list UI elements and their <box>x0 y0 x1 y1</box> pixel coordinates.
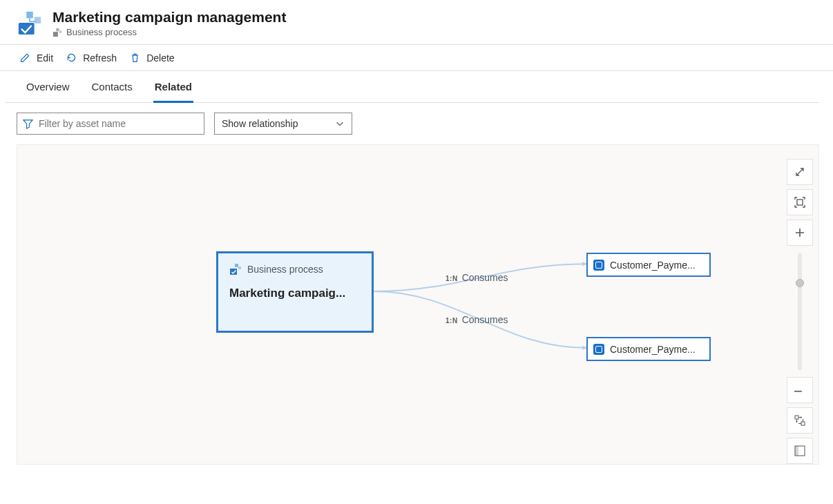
node-leaf-2[interactable]: Customer_Payme... <box>586 337 711 361</box>
svg-rect-7 <box>235 264 238 267</box>
page-subtype-label: Business process <box>66 27 137 37</box>
edge-1-cardinality: 1:N <box>446 275 458 282</box>
tabs: Overview Contacts Related <box>6 71 819 103</box>
edge-label-2: 1:N Consumes <box>446 314 508 325</box>
node-leaf-1-label: Customer_Payme... <box>610 260 696 271</box>
sql-table-icon <box>593 344 604 355</box>
business-process-icon <box>17 10 43 36</box>
page-title: Marketing campaign management <box>52 8 286 26</box>
plus-icon <box>794 226 806 239</box>
page-subtype: Business process <box>52 27 286 37</box>
zoom-out-button[interactable]: − <box>787 377 813 403</box>
svg-rect-2 <box>35 17 41 24</box>
svg-rect-13 <box>795 446 798 456</box>
edge-2-label: Consumes <box>462 314 508 325</box>
edge-1-label: Consumes <box>462 272 508 283</box>
minimap-icon <box>794 445 806 457</box>
filter-icon <box>23 119 33 129</box>
minus-icon: − <box>794 384 806 396</box>
minimap-button[interactable] <box>787 438 813 464</box>
refresh-label: Refresh <box>83 52 117 64</box>
edge-label-1: 1:N Consumes <box>446 272 508 283</box>
refresh-icon <box>66 52 77 64</box>
fit-icon <box>794 196 806 209</box>
svg-rect-4 <box>56 28 59 31</box>
svg-rect-8 <box>238 266 241 269</box>
svg-rect-0 <box>19 23 35 35</box>
node-leaf-1[interactable]: Customer_Payme... <box>586 253 711 277</box>
page-header: Marketing campaign management Business p… <box>0 0 833 45</box>
relationship-dropdown-label: Show relationship <box>222 118 298 129</box>
zoom-slider[interactable] <box>798 253 802 370</box>
layout-button[interactable] <box>787 407 813 434</box>
svg-rect-6 <box>230 269 237 275</box>
zoom-in-button[interactable] <box>787 220 813 246</box>
business-process-icon <box>229 263 242 275</box>
node-leaf-2-label: Customer_Payme... <box>610 344 696 355</box>
canvas-tools: − <box>787 159 813 464</box>
fit-button[interactable] <box>787 189 813 215</box>
edge-2-cardinality: 1:N <box>446 317 458 324</box>
sql-table-icon <box>593 260 604 271</box>
svg-rect-5 <box>59 30 62 33</box>
tab-overview[interactable]: Overview <box>25 71 71 103</box>
edit-label: Edit <box>37 52 53 64</box>
svg-rect-9 <box>797 200 803 205</box>
refresh-button[interactable]: Refresh <box>66 52 117 64</box>
node-main-type: Business process <box>247 264 323 275</box>
fullscreen-button[interactable] <box>787 159 813 185</box>
pencil-icon <box>19 52 31 64</box>
delete-label: Delete <box>146 52 174 64</box>
process-small-icon <box>52 28 62 37</box>
relationship-canvas[interactable]: Business process Marketing campaig... 1:… <box>17 144 819 465</box>
edit-button[interactable]: Edit <box>19 52 53 64</box>
filter-input[interactable] <box>39 118 198 129</box>
relationship-dropdown[interactable]: Show relationship <box>214 113 352 135</box>
tab-contacts[interactable]: Contacts <box>90 71 134 103</box>
svg-rect-1 <box>26 12 33 19</box>
svg-rect-11 <box>801 422 805 425</box>
svg-rect-3 <box>53 32 58 37</box>
edges <box>17 145 818 464</box>
chevron-down-icon <box>335 119 345 128</box>
zoom-thumb[interactable] <box>796 279 804 287</box>
filter-row: Show relationship <box>0 103 833 144</box>
expand-icon <box>794 166 806 178</box>
svg-rect-10 <box>795 416 798 419</box>
tab-related[interactable]: Related <box>153 71 193 103</box>
node-main-title: Marketing campaig... <box>229 287 361 300</box>
trash-icon <box>129 52 141 64</box>
node-main[interactable]: Business process Marketing campaig... <box>216 251 374 333</box>
filter-input-wrap[interactable] <box>17 113 204 135</box>
command-bar: Edit Refresh Delete <box>0 45 833 71</box>
layout-icon <box>794 414 806 427</box>
delete-button[interactable]: Delete <box>129 52 174 64</box>
